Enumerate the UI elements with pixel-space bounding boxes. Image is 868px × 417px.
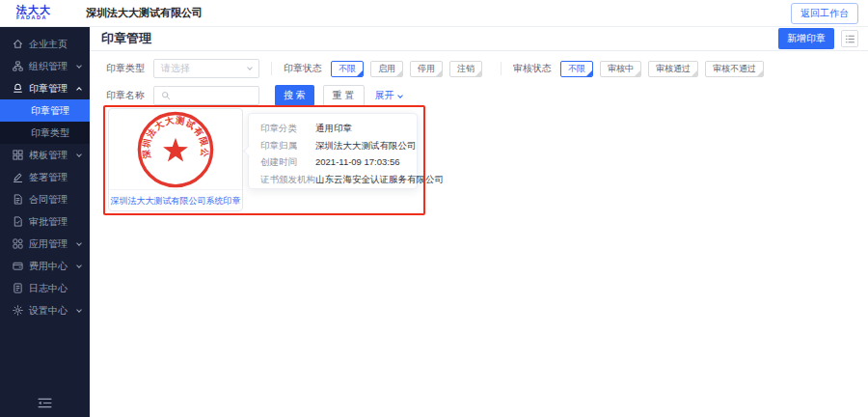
sidebar-item-expense-center[interactable]: 费用中心	[0, 255, 90, 277]
seal-name-link[interactable]: 深圳法大大测试有限公司系统印章	[109, 189, 242, 210]
sidebar-item-approval-management[interactable]: 审批管理	[0, 210, 90, 233]
detail-row: 创建时间 2021-11-09 17:03:56	[260, 156, 409, 174]
add-seal-button[interactable]: 新增印章	[778, 28, 834, 49]
seal-type-placeholder: 请选择	[161, 62, 190, 75]
sidebar-item-label: 审批管理	[29, 215, 68, 229]
chevron-down-icon	[76, 63, 82, 69]
main-area: 印章管理 新增印章 印章类型 请选择 印章状态 不限 启用 停用 注销	[90, 27, 868, 417]
audit-status-label: 审核状态	[513, 62, 552, 75]
detail-label: 印章归属	[260, 140, 315, 153]
sidebar-item-label: 费用中心	[29, 260, 68, 273]
sidebar-nav: 企业主页 组织管理 印章管理 印章管理	[0, 27, 90, 417]
seal-name-label: 印章名称	[106, 89, 145, 102]
company-name: 深圳法大大测试有限公司	[86, 6, 203, 20]
detail-row: 印章分类 通用印章	[260, 123, 409, 140]
sidebar-item-template-management[interactable]: 模板管理	[0, 144, 90, 166]
back-to-workbench-button[interactable]: 返回工作台	[791, 3, 858, 24]
seal-status-option-disabled[interactable]: 停用	[410, 61, 443, 77]
divider	[501, 62, 502, 75]
seal-icon	[13, 83, 23, 94]
sidebar-item-label: 签署管理	[29, 171, 68, 184]
sidebar-item-label: 印章管理	[29, 82, 68, 96]
detail-value: 通用印章	[315, 123, 352, 135]
detail-row: 证书颁发机构 山东云海安全认证服务有限公司	[260, 174, 409, 191]
fadada-logo: 法大大 FADADA	[16, 5, 70, 21]
sidebar-item-label: 企业主页	[29, 38, 68, 51]
sidebar-collapse-button[interactable]	[0, 397, 90, 409]
expand-label: 展开	[375, 89, 394, 102]
expense-icon	[13, 261, 23, 271]
detail-label: 创建时间	[260, 156, 315, 169]
seal-status-option-enabled[interactable]: 启用	[370, 61, 403, 77]
divider	[271, 62, 272, 75]
detail-value: 深圳法大大测试有限公司	[315, 140, 417, 153]
detail-value: 山东云海安全认证服务有限公司	[315, 174, 444, 186]
seal-image: 深圳法大大测试有限公司	[109, 109, 242, 190]
audit-status-option-rejected[interactable]: 审核不通过	[705, 61, 764, 77]
sidebar-item-settings-center[interactable]: 设置中心	[0, 299, 90, 321]
sidebar-item-org-management[interactable]: 组织管理	[0, 55, 90, 77]
sidebar-item-contract-management[interactable]: 合同管理	[0, 188, 90, 210]
detail-value: 2021-11-09 17:03:56	[315, 156, 400, 167]
page-title-bar: 印章管理 新增印章	[90, 27, 868, 51]
chevron-down-icon	[76, 152, 82, 157]
home-icon	[13, 39, 23, 49]
chevron-down-icon	[76, 307, 82, 313]
list-icon	[845, 34, 855, 44]
chevron-down-icon	[247, 65, 253, 70]
sidebar-item-label: 日志中心	[29, 282, 68, 295]
page-title: 印章管理	[101, 30, 151, 47]
seal-star	[163, 138, 188, 162]
template-icon	[13, 150, 23, 160]
sidebar-subitem-seal-management[interactable]: 印章管理	[0, 99, 90, 122]
seal-name-input[interactable]	[153, 86, 259, 105]
sidebar-item-label: 应用管理	[29, 237, 68, 251]
sidebar-item-label: 合同管理	[29, 193, 68, 207]
sidebar-item-label: 组织管理	[29, 60, 68, 73]
list-view-toggle-button[interactable]	[841, 30, 858, 47]
sidebar-item-app-management[interactable]: 应用管理	[0, 233, 90, 255]
top-header: 法大大 FADADA 深圳法大大测试有限公司 返回工作台	[0, 0, 868, 27]
search-icon	[161, 91, 171, 100]
log-icon	[13, 283, 23, 293]
approval-icon	[13, 216, 23, 227]
seal-type-select[interactable]: 请选择	[153, 59, 259, 78]
audit-status-option-approved[interactable]: 审核通过	[648, 61, 698, 77]
seal-status-label: 印章状态	[284, 62, 322, 75]
chevron-down-icon	[397, 93, 403, 98]
settings-icon	[13, 305, 23, 316]
sidebar-item-enterprise-home[interactable]: 企业主页	[0, 33, 90, 55]
chevron-up-icon	[76, 87, 82, 93]
apps-icon	[13, 238, 23, 249]
audit-status-option-reviewing[interactable]: 审核中	[600, 61, 641, 77]
seal-status-option-unlimited[interactable]: 不限	[331, 61, 364, 77]
app-window: 法大大 FADADA 深圳法大大测试有限公司 返回工作台 企业主页 组织管理	[0, 0, 868, 417]
sidebar-item-label: 设置中心	[29, 304, 68, 318]
detail-label: 证书颁发机构	[260, 174, 315, 186]
org-icon	[13, 61, 23, 71]
filter-panel: 印章类型 请选择 印章状态 不限 启用 停用 注销 审核状态 不限 审核中 审核…	[90, 51, 868, 103]
audit-status-option-unlimited[interactable]: 不限	[560, 61, 593, 77]
chevron-down-icon	[76, 240, 82, 246]
sidebar-item-label: 印章管理	[31, 104, 69, 118]
expand-filters-link[interactable]: 展开	[375, 89, 402, 102]
sidebar-item-sign-management[interactable]: 签署管理	[0, 166, 90, 188]
signature-icon	[13, 172, 23, 182]
detail-row: 印章归属 深圳法大大测试有限公司	[260, 140, 409, 157]
chevron-down-icon	[76, 263, 82, 268]
seal-detail-popover: 印章分类 通用印章 印章归属 深圳法大大测试有限公司 创建时间 2021-11-…	[248, 113, 418, 189]
logo-text-en: FADADA	[16, 15, 70, 21]
sidebar-subitem-seal-type[interactable]: 印章类型	[0, 122, 90, 144]
seal-card[interactable]: 深圳法大大测试有限公司 深圳法大大测试有限公司系统印章	[108, 108, 243, 211]
sidebar-item-log-center[interactable]: 日志中心	[0, 277, 90, 299]
sidebar-item-seal-management[interactable]: 印章管理	[0, 77, 90, 99]
detail-label: 印章分类	[260, 123, 315, 135]
sidebar-item-label: 模板管理	[29, 149, 68, 162]
seal-submenu: 印章管理 印章类型	[0, 99, 90, 144]
sidebar-item-label: 印章类型	[31, 126, 69, 140]
seal-list-area: 深圳法大大测试有限公司 深圳法大大测试有限公司系统印章 印章分类 通用印章 印章…	[90, 103, 868, 414]
seal-type-label: 印章类型	[106, 62, 145, 75]
contract-icon	[13, 194, 23, 205]
seal-status-option-cancelled[interactable]: 注销	[449, 61, 482, 77]
